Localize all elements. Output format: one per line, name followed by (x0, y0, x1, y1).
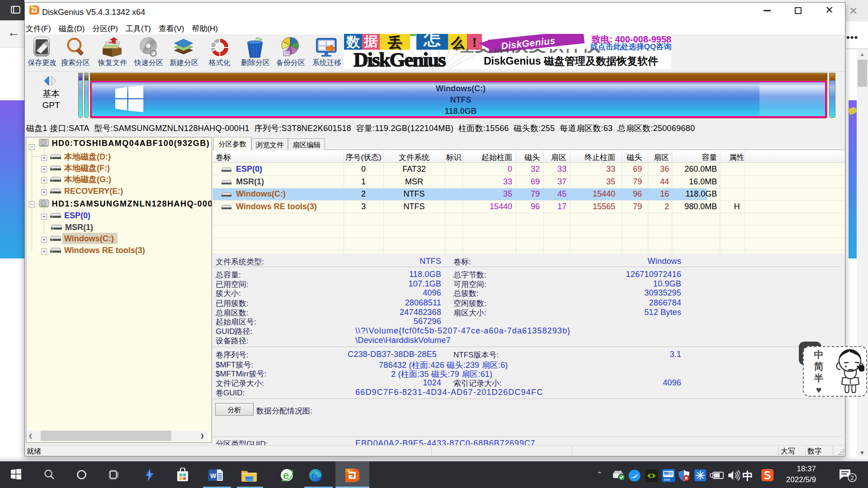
svg-text:2: 2 (851, 474, 854, 481)
svg-text:intel: intel (664, 478, 670, 481)
svg-text:W: W (210, 472, 217, 479)
